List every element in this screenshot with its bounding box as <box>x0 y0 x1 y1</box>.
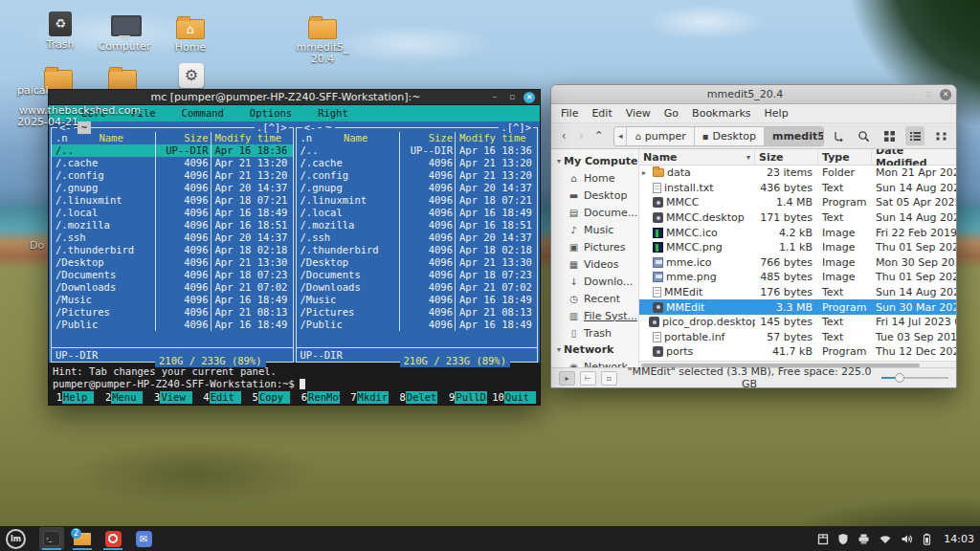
show-thumbnails-toggle[interactable]: ▫ <box>601 371 617 386</box>
fm-file-row[interactable]: ▸ ports 41.7 kB Program Thu 12 Dec 2024 … <box>639 344 956 360</box>
sidebar-item[interactable]: ▤ Docume... <box>551 204 638 221</box>
mc-file-row[interactable]: /Music 4096 Apr 16 18:49 <box>52 294 293 306</box>
fm-file-row[interactable]: ▸ MMCC.png 1.1 kB Image Thu 01 Sep 2022 … <box>639 240 956 255</box>
expander-icon[interactable]: ▸ <box>642 168 650 177</box>
mc-file-row[interactable]: /.ssh 4096 Apr 20 14:37 <box>52 231 293 244</box>
breadcrumb-desktop[interactable]: ▪ Desktop <box>695 127 765 145</box>
sidebar-item[interactable]: ▬ Desktop <box>551 187 638 204</box>
printer-icon[interactable] <box>858 533 870 545</box>
mc-col-size[interactable]: Size <box>155 132 211 144</box>
desktop-label-date-folder[interactable]: 2025-04-21 <box>17 116 78 128</box>
volume-icon[interactable] <box>901 533 914 545</box>
mc-file-row[interactable]: /.thunderbird 4096 Apr 18 02:18 <box>52 244 293 256</box>
mc-file-row[interactable]: /.mozilla 4096 Apr 16 18:51 <box>297 219 538 231</box>
mc-file-row[interactable]: /.gnupg 4096 Apr 20 14:37 <box>52 182 293 194</box>
desktop-icon-computer[interactable]: Computer <box>94 11 155 53</box>
mc-panel-corner[interactable]: .[^]> <box>255 121 289 134</box>
crumb-scroll-left-icon[interactable]: ◂ <box>614 127 628 145</box>
fm-file-row[interactable]: ▸ install.txt 436 bytes Text Sun 14 Aug … <box>639 181 956 196</box>
mc-file-row[interactable]: /.local 4096 Apr 16 18:49 <box>52 207 293 219</box>
mc-panel-path[interactable]: ~ <box>78 121 91 134</box>
mc-menu-item[interactable]: Options <box>250 105 292 121</box>
mc-file-row[interactable]: /.config 4096 Apr 21 13:20 <box>52 169 293 182</box>
fm-file-row[interactable]: ▸ MMEdit 176 bytes Text Sun 14 Aug 2022 … <box>639 285 956 300</box>
shield-icon[interactable] <box>837 533 849 545</box>
sidebar-item[interactable]: ▦ Videos <box>551 255 638 273</box>
mc-fkey[interactable]: 7 Mkdir <box>344 391 392 404</box>
fm-menu-item[interactable]: Go <box>664 107 679 120</box>
fm-menu-item[interactable]: Bookmarks <box>692 107 750 120</box>
location-entry-icon[interactable] <box>828 126 847 145</box>
desktop-icon-folder-2[interactable] <box>92 63 153 90</box>
mc-file-row[interactable]: /Public 4096 Apr 16 18:49 <box>297 319 538 331</box>
minimize-icon[interactable]: – <box>489 92 501 103</box>
mc-file-row[interactable]: /Downloads 4096 Apr 21 07:02 <box>52 281 293 294</box>
mc-file-row[interactable]: /.. UP--DIR Apr 16 18:36 <box>52 144 293 157</box>
wifi-icon[interactable] <box>879 533 892 545</box>
mc-menu-item[interactable]: Command <box>182 105 224 121</box>
sidebar-section-network[interactable]: ▾ Network <box>551 342 638 358</box>
up-icon[interactable]: ⌃ <box>592 126 606 145</box>
fm-file-row[interactable]: ▸ MMCC.desktop 171 bytes Text Sun 14 Aug… <box>639 210 956 226</box>
list-view-icon[interactable] <box>905 126 924 145</box>
mc-file-row[interactable]: /.. UP--DIR Apr 16 18:36 <box>297 144 538 157</box>
mc-file-row[interactable]: /.linuxmint 4096 Apr 18 07:21 <box>52 194 293 207</box>
breadcrumb-home[interactable]: ⌂ pumper <box>627 127 694 145</box>
mc-file-row[interactable]: /Public 4096 Apr 16 18:49 <box>52 319 293 331</box>
mc-fkey[interactable]: 1 Help <box>49 391 98 404</box>
mc-fkey[interactable]: 10 Quit <box>491 391 540 404</box>
fm-file-row[interactable]: ▸ MMCC 1.4 MB Program Sat 05 Apr 2025 15… <box>639 195 956 210</box>
mc-file-row[interactable]: /Documents 4096 Apr 18 07:23 <box>297 269 538 281</box>
mc-file-row[interactable]: /Desktop 4096 Apr 21 13:30 <box>52 256 293 269</box>
grid-view-icon[interactable] <box>880 126 899 145</box>
fm-file-row[interactable]: ▸ data 23 items Folder Mon 21 Apr 2025 0… <box>639 165 956 181</box>
column-header-size[interactable]: Size <box>755 149 818 165</box>
mc-file-row[interactable]: /.local 4096 Apr 16 18:49 <box>297 207 538 219</box>
fm-file-row[interactable]: ▸ pico_drop.desktop 145 bytes Text Fri 1… <box>639 315 956 330</box>
mc-panel-path[interactable]: ~ <box>322 121 335 134</box>
sidebar-item[interactable]: ◷ Recent <box>551 290 638 307</box>
battery-icon[interactable] <box>923 533 931 545</box>
sidebar-item[interactable]: ▥ File Syst... <box>551 307 638 324</box>
taskbar-browser-button[interactable] <box>100 527 125 550</box>
mc-menu-item[interactable]: Right <box>318 105 348 121</box>
sidebar-section-computer[interactable]: ▾ My Compute <box>551 153 638 169</box>
taskbar-mail-button[interactable]: ✉ <box>131 527 156 550</box>
show-treeview-toggle[interactable]: ⊢ <box>580 371 596 386</box>
maximize-icon[interactable]: ▫ <box>923 89 934 100</box>
clock[interactable]: 14:03 <box>944 533 974 545</box>
terminal-cursor[interactable] <box>300 379 305 389</box>
mc-fkey[interactable]: 3 View <box>146 391 195 404</box>
fm-menu-item[interactable]: Edit <box>591 107 612 120</box>
desktop-label-palcal[interactable]: palcal <box>17 84 49 97</box>
mc-file-row[interactable]: /.mozilla 4096 Apr 16 18:51 <box>52 219 293 231</box>
mc-file-row[interactable]: /Downloads 4096 Apr 21 07:02 <box>297 281 538 294</box>
column-header-name[interactable]: Name ▾ <box>639 149 755 165</box>
fm-menu-item[interactable]: View <box>626 107 651 120</box>
mc-titlebar[interactable]: mc [pumper@pumper-HP-Z240-SFF-Workstatio… <box>48 89 541 105</box>
desktop-icon-mmedit[interactable]: mmedit5_ 20.4 <box>292 12 353 65</box>
mc-fkey[interactable]: 8 Delete <box>392 391 442 404</box>
mc-file-row[interactable]: /.cache 4096 Apr 21 13:20 <box>297 157 538 169</box>
mc-file-row[interactable]: /.config 4096 Apr 21 13:20 <box>297 169 538 182</box>
mc-fkey[interactable]: 9 PullDn <box>441 391 491 404</box>
mc-file-row[interactable]: /Pictures 4096 Apr 21 08:13 <box>52 306 293 319</box>
mc-file-row[interactable]: /.ssh 4096 Apr 20 14:37 <box>297 231 538 244</box>
search-icon[interactable] <box>854 126 873 145</box>
mc-file-row[interactable]: /.linuxmint 4096 Apr 18 07:21 <box>297 194 538 207</box>
package-icon[interactable] <box>817 533 829 545</box>
close-icon[interactable]: ✕ <box>523 92 535 103</box>
desktop-icon-home[interactable]: Home <box>160 12 221 54</box>
close-icon[interactable]: ✕ <box>940 89 951 100</box>
mc-history-arrow[interactable]: <- <box>302 121 319 134</box>
minimize-icon[interactable]: – <box>905 89 917 100</box>
column-header-type[interactable]: Type <box>818 149 872 165</box>
column-header-date[interactable]: Date Modified <box>872 149 956 165</box>
forward-icon[interactable]: › <box>574 126 588 145</box>
zoom-slider[interactable] <box>881 371 948 385</box>
fm-titlebar[interactable]: mmedit5_20.4 – ▫ ✕ <box>551 85 956 104</box>
mc-file-row[interactable]: /Desktop 4096 Apr 21 13:30 <box>297 256 538 269</box>
maximize-icon[interactable]: ▫ <box>506 92 518 103</box>
desktop-icon-gear-app[interactable]: ⚙ <box>161 61 222 88</box>
fm-menu-item[interactable]: File <box>561 107 578 120</box>
